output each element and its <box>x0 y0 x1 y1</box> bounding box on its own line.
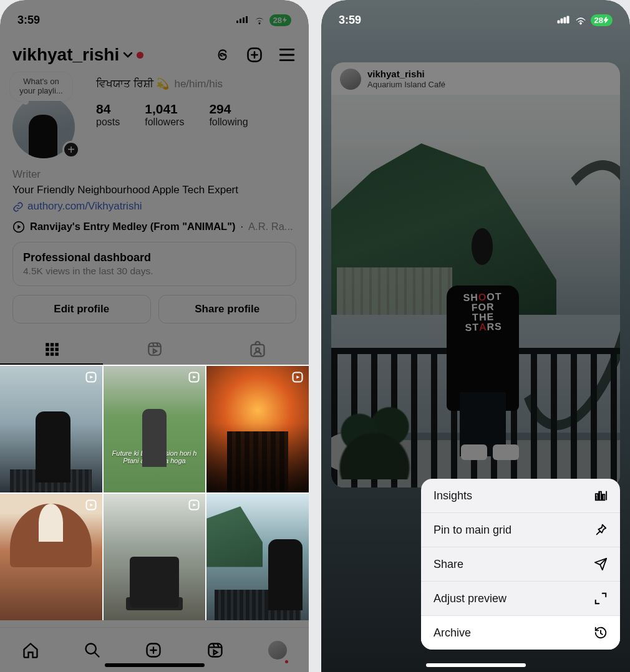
nav-create[interactable] <box>145 641 162 659</box>
svg-point-4 <box>256 348 259 352</box>
menu-adjust-preview[interactable]: Adjust preview <box>421 582 620 616</box>
share-profile-button[interactable]: Share profile <box>158 295 297 324</box>
username-label: vikhyat_rishi <box>12 45 119 65</box>
cellular-icon <box>236 16 250 24</box>
grid-icon <box>44 341 60 357</box>
wifi-icon <box>574 16 587 25</box>
expand-icon <box>594 592 608 605</box>
home-icon <box>22 641 39 659</box>
music-artist: A.R. Ra... <box>248 221 293 233</box>
grid-post-5[interactable] <box>104 494 206 620</box>
svg-rect-12 <box>209 643 222 656</box>
nav-profile[interactable] <box>268 641 287 660</box>
post-avatar[interactable] <box>340 69 361 90</box>
grid-post-1[interactable] <box>0 366 102 492</box>
status-right: 28 <box>236 14 291 26</box>
hamburger-menu-icon[interactable] <box>278 46 296 64</box>
reels-nav-icon <box>206 641 224 659</box>
create-icon[interactable] <box>245 46 264 64</box>
reel-badge-icon <box>188 499 200 511</box>
post-location[interactable]: Aquarium Island Café <box>367 80 445 89</box>
add-story-badge[interactable]: + <box>62 141 80 158</box>
nav-search[interactable] <box>84 641 101 659</box>
followers-stat[interactable]: 1,041 followers <box>145 102 184 128</box>
plus-square-icon <box>145 641 162 659</box>
username-dropdown[interactable]: vikhyat_rishi <box>12 45 143 65</box>
grid-post-6[interactable] <box>206 494 309 620</box>
post-context-menu: Insights Pin to main grid Share Adjust p… <box>421 479 620 650</box>
menu-archive[interactable]: Archive <box>421 616 620 650</box>
send-icon <box>594 557 608 571</box>
chart-icon <box>594 489 608 502</box>
status-bar: 3:59 28 <box>321 0 630 34</box>
nav-home[interactable] <box>22 641 39 659</box>
tab-grid[interactable] <box>0 335 103 365</box>
grid-caption: I hour: Future ki badi tension hori h Pt… <box>104 442 206 464</box>
grid-post-3[interactable] <box>206 366 309 492</box>
nav-reels[interactable] <box>206 641 224 659</box>
reel-badge-icon <box>85 499 97 511</box>
reels-icon <box>147 341 163 357</box>
avatar-section[interactable]: What's on your playli... + <box>12 75 81 158</box>
profile-music[interactable]: Ranvijay's Entry Medley (From "ANIMAL") … <box>0 214 309 233</box>
post-image: SHOOTFOR THESTARS <box>331 95 620 487</box>
display-name: ਵਿਖਯਾਤ ਰਿਸ਼ੀ 💫 <box>96 77 169 90</box>
profile-header: vikhyat_rishi <box>0 34 309 71</box>
bio-link[interactable]: authory.com/Vikhyatrishi <box>12 199 296 214</box>
wifi-icon <box>253 16 266 25</box>
reel-badge-icon <box>85 371 97 383</box>
posts-stat[interactable]: 84 posts <box>96 102 120 128</box>
bio-text: Your Friendly Neighbourhood Apple Tech E… <box>12 183 296 198</box>
link-icon <box>12 201 24 213</box>
battery-indicator: 28 <box>591 14 613 26</box>
status-time: 3:59 <box>339 14 361 27</box>
edit-profile-button[interactable]: Edit profile <box>12 295 151 324</box>
post-preview-card[interactable]: vikhyat_rishi Aquarium Island Café SHOOT… <box>331 62 620 487</box>
note-bubble[interactable]: What's on your playli... <box>10 72 72 101</box>
threads-icon[interactable] <box>213 46 231 64</box>
menu-pin[interactable]: Pin to main grid <box>421 513 620 547</box>
posts-grid: I hour: Future ki badi tension hori h Pt… <box>0 365 309 620</box>
notification-dot <box>137 52 143 59</box>
battery-indicator: 28 <box>269 14 291 26</box>
menu-share[interactable]: Share <box>421 547 620 582</box>
search-icon <box>84 641 101 659</box>
tab-reels[interactable] <box>103 335 206 365</box>
reel-badge-icon <box>291 371 304 383</box>
menu-insights[interactable]: Insights <box>421 479 620 513</box>
svg-rect-3 <box>251 345 264 357</box>
tagged-icon <box>249 341 266 358</box>
following-stat[interactable]: 294 following <box>209 102 248 128</box>
bio-role: Writer <box>12 167 296 183</box>
post-actions-screen: 3:59 28 vikhyat_rishi Aquarium Island Ca… <box>321 0 630 672</box>
tab-tagged[interactable] <box>206 335 309 365</box>
status-bar: 3:59 28 <box>0 0 309 34</box>
grid-post-2[interactable]: I hour: Future ki badi tension hori h Pt… <box>104 366 206 492</box>
status-right: 28 <box>557 14 613 26</box>
profile-tabs <box>0 335 309 365</box>
post-username[interactable]: vikhyat_rishi <box>367 69 445 80</box>
pin-icon <box>594 523 608 537</box>
post-header: vikhyat_rishi Aquarium Island Café <box>331 62 620 95</box>
chevron-down-icon <box>123 50 133 60</box>
home-indicator <box>426 663 526 667</box>
reel-badge-icon <box>188 371 200 383</box>
home-indicator <box>105 663 205 667</box>
cellular-icon <box>557 16 571 24</box>
pronouns: he/him/his <box>174 78 222 90</box>
professional-dashboard-card[interactable]: Professional dashboard 4.5K views in the… <box>12 242 296 286</box>
svg-rect-2 <box>148 343 161 355</box>
grid-post-4[interactable] <box>0 494 102 620</box>
status-time: 3:59 <box>17 14 40 27</box>
play-circle-icon <box>12 221 25 233</box>
archive-history-icon <box>594 626 608 640</box>
music-title: Ranvijay's Entry Medley (From "ANIMAL") <box>30 221 235 233</box>
profile-screen: 3:59 28 vikhyat_rishi What's on your <box>0 0 309 672</box>
